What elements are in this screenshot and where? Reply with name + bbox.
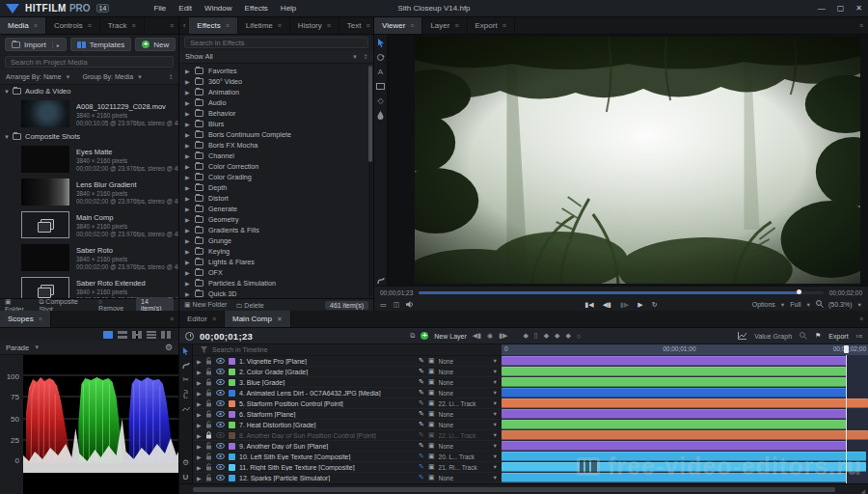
menu-effects[interactable]: Effects bbox=[245, 4, 268, 13]
media-group[interactable]: ▼Audio & Video bbox=[0, 85, 178, 97]
expand-arrow-icon[interactable]: ▶ bbox=[197, 453, 202, 460]
layer-row[interactable]: ▶10. Left Sith Eye Texture [Composite]✎▣… bbox=[193, 452, 502, 462]
expand-arrow-icon[interactable]: ▶ bbox=[185, 195, 190, 202]
edit-pencil-icon[interactable]: ✎ bbox=[419, 399, 424, 407]
unlock-icon[interactable] bbox=[205, 442, 212, 450]
playhead-line[interactable] bbox=[846, 355, 847, 483]
tab-scopes[interactable]: Scopes≡ bbox=[0, 311, 51, 327]
tab-text[interactable]: Text≡ bbox=[339, 17, 379, 34]
effects-folder-quick-3d[interactable]: ▶Quick 3D bbox=[179, 288, 373, 298]
track-select[interactable]: None bbox=[439, 411, 489, 418]
delete-button[interactable]: 🗀 Delete bbox=[235, 302, 263, 309]
clip-bar[interactable] bbox=[502, 462, 846, 472]
effects-folder-geometry[interactable]: ▶Geometry bbox=[179, 214, 373, 225]
viewer-seek-bar[interactable] bbox=[419, 291, 823, 294]
menu-file[interactable]: File bbox=[153, 4, 166, 13]
remove-button[interactable]: ○ Remove bbox=[98, 298, 127, 312]
visibility-eye-icon[interactable] bbox=[216, 379, 225, 385]
effects-folder-gradients-fills[interactable]: ▶Gradients & Fills bbox=[179, 225, 373, 235]
layer-row[interactable]: ▶9. Another Day of Sun [Plane]✎▣None▼ bbox=[193, 441, 502, 452]
media-item[interactable]: Saber Roto3840 × 2160 pixels00;00;02;00 … bbox=[0, 241, 178, 274]
edit-pencil-icon[interactable]: ✎ bbox=[419, 431, 424, 439]
playhead-handle[interactable] bbox=[844, 345, 849, 353]
tab-controls[interactable]: Controls≡ bbox=[46, 17, 100, 34]
expand-arrow-icon[interactable]: ▶ bbox=[197, 390, 202, 397]
menu-help[interactable]: Help bbox=[281, 4, 296, 13]
unlock-icon[interactable] bbox=[205, 463, 212, 471]
new-button[interactable]: + New bbox=[135, 38, 176, 51]
panel-menu-icon[interactable]: ≡ bbox=[854, 17, 868, 34]
import-button[interactable]: Import ▸ bbox=[5, 38, 67, 51]
menu-edit[interactable]: Edit bbox=[178, 4, 192, 13]
arrange-by-dropdown[interactable]: Arrange By: Name bbox=[6, 73, 62, 80]
new-folder-button[interactable]: ▣ New Folder bbox=[184, 301, 227, 309]
expand-arrow-icon[interactable]: ▶ bbox=[185, 152, 190, 159]
orbit-tool-icon[interactable] bbox=[376, 52, 386, 62]
gear-icon[interactable]: ⚙ bbox=[165, 343, 173, 352]
linear-keyframe-icon[interactable]: ◆ bbox=[544, 332, 549, 340]
link-tool-icon[interactable] bbox=[182, 390, 189, 398]
sort-order-icon[interactable]: ↕ bbox=[364, 52, 367, 61]
visibility-eye-icon[interactable] bbox=[216, 443, 225, 449]
layer-color-swatch[interactable] bbox=[229, 379, 235, 386]
blend-mode-icon[interactable]: ▣ bbox=[428, 431, 435, 439]
expand-arrow-icon[interactable]: ▶ bbox=[185, 206, 190, 212]
scope-mode-dropdown[interactable]: Parade bbox=[6, 343, 29, 352]
layer-color-swatch[interactable] bbox=[229, 432, 235, 439]
panel-menu-icon[interactable]: ≡ bbox=[854, 311, 868, 327]
expand-arrow-icon[interactable]: ▶ bbox=[197, 400, 202, 407]
layer-row[interactable]: ▶6. Starform [Plane]✎▣None▼ bbox=[193, 409, 502, 420]
edit-pencil-icon[interactable]: ✎ bbox=[419, 453, 424, 460]
visibility-eye-icon[interactable] bbox=[216, 411, 225, 417]
visibility-eye-icon[interactable] bbox=[216, 358, 225, 364]
expand-arrow-icon[interactable]: ▶ bbox=[185, 269, 190, 276]
text-tool-icon[interactable]: A bbox=[376, 67, 386, 76]
unlock-icon[interactable] bbox=[205, 453, 212, 460]
clip-bar[interactable] bbox=[502, 398, 868, 408]
unlock-icon[interactable] bbox=[205, 421, 212, 428]
manual-keyframe-icon[interactable]: ○ bbox=[577, 333, 581, 340]
effects-folder-generate[interactable]: ▶Generate bbox=[179, 204, 373, 214]
clip-bar[interactable] bbox=[502, 388, 846, 398]
tab-menu-icon[interactable]: ≡ bbox=[454, 22, 458, 29]
play-button[interactable]: ▶ bbox=[637, 301, 642, 309]
track-select[interactable]: 22. Li... Track bbox=[439, 432, 489, 439]
unlock-icon[interactable] bbox=[205, 399, 212, 407]
rect-mask-tool-icon[interactable] bbox=[376, 81, 386, 91]
expand-arrow-icon[interactable]: ▼ bbox=[4, 134, 9, 140]
track-select[interactable]: 20. L... Track bbox=[439, 453, 489, 460]
media-item[interactable]: Main Comp3840 × 2160 pixels00;00;02;00 @… bbox=[0, 208, 178, 241]
tab-menu-icon[interactable]: ≡ bbox=[327, 22, 331, 29]
visibility-eye-icon[interactable] bbox=[216, 400, 225, 406]
expand-arrow-icon[interactable]: ▶ bbox=[197, 369, 202, 375]
previous-frame-button[interactable]: ◀▮ bbox=[603, 301, 611, 309]
tab-editor[interactable]: Editor≡ bbox=[179, 311, 225, 327]
scroll-left-icon[interactable]: ‹ bbox=[179, 17, 189, 34]
track-select[interactable]: None bbox=[439, 358, 489, 365]
clip-bar[interactable] bbox=[502, 430, 868, 440]
layer-color-swatch[interactable] bbox=[229, 358, 235, 365]
expand-arrow-icon[interactable]: ▶ bbox=[185, 89, 190, 96]
blend-mode-icon[interactable]: ▣ bbox=[428, 463, 435, 471]
polygon-mask-tool-icon[interactable]: ◇ bbox=[376, 96, 386, 105]
media-search-input[interactable]: Search in Project Media bbox=[5, 56, 174, 68]
timeline-ruler[interactable]: 0 00;00;01;00 00;00;02;00 bbox=[502, 344, 868, 355]
zoom-percent[interactable]: (50.3%) bbox=[828, 301, 853, 308]
tab-menu-icon[interactable]: ≡ bbox=[502, 22, 506, 29]
tab-layer[interactable]: Layer≡ bbox=[422, 17, 467, 34]
blend-mode-icon[interactable]: ▣ bbox=[428, 378, 435, 386]
export-button[interactable]: Export bbox=[828, 333, 848, 340]
track-select[interactable]: None bbox=[439, 475, 489, 481]
effects-folder-360-video[interactable]: ▶360° Video bbox=[179, 76, 373, 87]
expand-arrow-icon[interactable]: ▶ bbox=[197, 411, 202, 418]
viewer-canvas[interactable] bbox=[388, 35, 868, 286]
expand-arrow-icon[interactable]: ▶ bbox=[185, 248, 190, 255]
layer-color-swatch[interactable] bbox=[229, 411, 235, 418]
panel-menu-icon[interactable]: ›≡ bbox=[856, 333, 862, 340]
track-select[interactable]: None bbox=[439, 379, 489, 386]
hold-keyframe-icon[interactable]: ▯ bbox=[534, 332, 538, 340]
new-layer-button[interactable]: New Layer bbox=[434, 333, 466, 340]
fit-dropdown[interactable]: Full bbox=[790, 301, 800, 308]
edit-pencil-icon[interactable]: ✎ bbox=[419, 378, 424, 386]
expand-arrow-icon[interactable]: ▶ bbox=[197, 422, 202, 428]
